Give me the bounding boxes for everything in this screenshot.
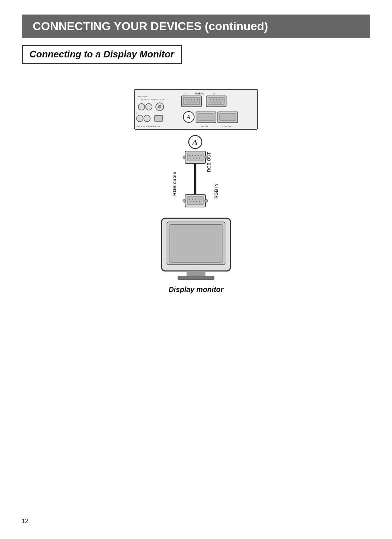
svg-text:A: A (192, 138, 198, 147)
svg-rect-0 (134, 89, 258, 129)
svg-point-23 (194, 100, 195, 101)
svg-text:1: 1 (185, 92, 187, 95)
svg-rect-68 (187, 196, 203, 204)
svg-point-73 (201, 199, 202, 200)
svg-rect-45 (220, 113, 236, 121)
page-container: CONNECTING YOUR DEVICES (continued) Conn… (0, 0, 392, 539)
svg-text:AUDIO OUT: AUDIO OUT (146, 125, 156, 127)
svg-point-21 (188, 100, 189, 101)
svg-rect-82 (170, 224, 222, 262)
svg-point-39 (220, 102, 221, 103)
svg-text:RGB OUT: RGB OUT (207, 152, 212, 172)
svg-rect-84 (178, 276, 214, 280)
diagram-area: AUDIO IN R L(MONO) VIDEO IN S-VIDEO IN 1… (22, 82, 370, 315)
svg-text:1    2: 1 2 (136, 112, 139, 114)
svg-text:AUDIO IN: AUDIO IN (137, 125, 146, 127)
svg-text:A: A (186, 114, 191, 120)
svg-text:CONTROL: CONTROL (222, 125, 233, 127)
page-number: 12 (22, 518, 28, 524)
svg-text:RGB IN: RGB IN (214, 183, 219, 199)
svg-point-58 (191, 158, 192, 159)
svg-text:RGB OUT: RGB OUT (201, 125, 211, 127)
svg-rect-11 (155, 115, 163, 121)
svg-point-74 (191, 201, 192, 202)
svg-point-70 (192, 199, 193, 200)
svg-rect-43 (198, 113, 214, 121)
svg-text:AUDIO IN: AUDIO IN (138, 96, 148, 98)
svg-point-28 (196, 102, 197, 103)
svg-point-55 (195, 155, 196, 156)
svg-point-35 (222, 100, 223, 101)
svg-point-57 (201, 155, 202, 156)
svg-point-71 (195, 199, 196, 200)
svg-point-79 (205, 199, 208, 202)
svg-point-7 (158, 105, 161, 108)
svg-point-60 (196, 158, 197, 159)
svg-text:RGB IN: RGB IN (195, 92, 204, 95)
svg-point-63 (205, 156, 208, 159)
svg-point-38 (217, 102, 219, 103)
svg-point-26 (190, 102, 191, 103)
svg-point-59 (193, 158, 195, 159)
svg-point-20 (185, 100, 187, 101)
svg-point-25 (187, 102, 188, 103)
svg-rect-30 (208, 97, 224, 105)
svg-point-53 (189, 155, 190, 156)
svg-point-76 (196, 201, 197, 202)
svg-point-69 (189, 199, 190, 200)
svg-point-62 (183, 156, 186, 159)
sub-title: Connecting to a Display Monitor (22, 45, 182, 64)
svg-point-75 (193, 201, 195, 202)
svg-rect-83 (187, 271, 205, 276)
svg-point-32 (213, 100, 214, 101)
svg-rect-52 (187, 153, 203, 161)
svg-point-10 (144, 115, 150, 122)
svg-rect-19 (183, 97, 200, 105)
svg-text:R  L(MONO)  VIDEO IN: R L(MONO) VIDEO IN (138, 98, 156, 101)
svg-text:Display monitor: Display monitor (168, 285, 224, 293)
svg-text:USB: USB (156, 125, 160, 127)
svg-point-61 (199, 158, 200, 159)
connection-diagram-svg: AUDIO IN R L(MONO) VIDEO IN S-VIDEO IN 1… (105, 89, 287, 315)
svg-point-36 (212, 102, 213, 103)
svg-point-31 (210, 100, 211, 101)
svg-text:S-VIDEO IN: S-VIDEO IN (155, 98, 165, 101)
svg-point-33 (216, 100, 217, 101)
svg-point-34 (219, 100, 220, 101)
svg-point-77 (199, 201, 200, 202)
svg-point-9 (136, 115, 143, 122)
svg-point-56 (198, 155, 199, 156)
svg-point-27 (193, 102, 194, 103)
svg-text:RGB cable: RGB cable (172, 172, 177, 196)
svg-point-4 (146, 104, 152, 110)
svg-point-24 (197, 100, 198, 101)
main-title: CONNECTING YOUR DEVICES (continued) (22, 15, 370, 38)
svg-point-37 (215, 102, 216, 103)
svg-point-72 (198, 199, 199, 200)
svg-point-22 (191, 100, 192, 101)
svg-point-3 (138, 104, 145, 110)
svg-text:2: 2 (213, 92, 215, 95)
svg-point-78 (183, 199, 186, 202)
svg-point-54 (192, 155, 193, 156)
